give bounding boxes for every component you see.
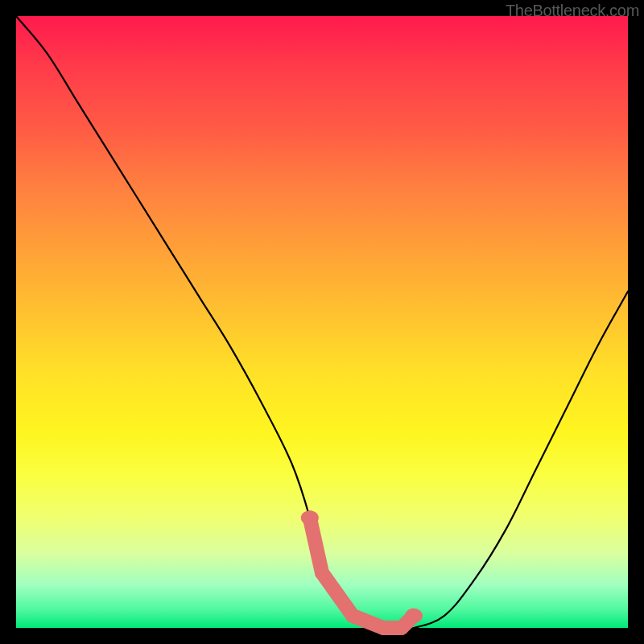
marker-dot xyxy=(376,621,390,635)
marker-dot xyxy=(315,566,329,580)
chart-svg xyxy=(16,16,628,628)
marker-dot xyxy=(394,621,409,635)
chart-frame: TheBottleneck.com xyxy=(0,0,644,644)
marker-dot xyxy=(405,609,423,623)
chart-curve xyxy=(16,16,628,629)
plot-area xyxy=(16,16,628,628)
chart-markers xyxy=(301,510,423,635)
marker-dot xyxy=(345,609,360,623)
marker-dot xyxy=(301,510,319,525)
